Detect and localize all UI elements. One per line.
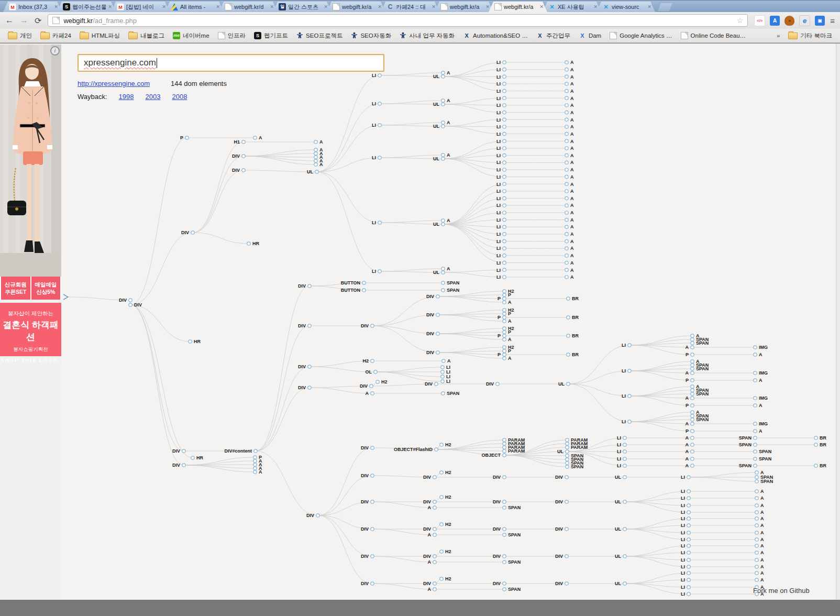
tree-node-a[interactable] — [565, 153, 568, 157]
tree-node-a[interactable] — [433, 588, 436, 591]
tree-node-a[interactable] — [691, 464, 694, 467]
tree-node-a[interactable] — [565, 218, 568, 221]
tree-node-a[interactable] — [565, 190, 568, 193]
bug-extension-icon[interactable]: ● — [784, 16, 794, 26]
tree-node-a[interactable] — [565, 68, 568, 71]
tree-node-a[interactable] — [755, 538, 758, 541]
tree-node-div[interactable] — [433, 476, 436, 479]
bookmark-item-8[interactable]: SEO자동화 — [347, 31, 395, 41]
tree-node-a[interactable] — [755, 524, 758, 527]
tree-node-span[interactable] — [503, 560, 506, 564]
tree-node-param[interactable] — [503, 449, 506, 453]
bookmark-item-5[interactable]: 인프라 — [214, 31, 250, 41]
tree-node-li[interactable] — [623, 450, 626, 453]
tree-node-a[interactable] — [691, 360, 694, 363]
tab-3[interactable]: All items -✕ — [165, 2, 224, 12]
tree-node-a[interactable] — [565, 118, 568, 121]
tree-node-div-content[interactable] — [254, 449, 257, 453]
tree-node-div[interactable] — [433, 500, 436, 503]
bookmark-item-6[interactable]: S웹기프트 — [250, 31, 292, 41]
tree-node-li[interactable] — [503, 196, 506, 200]
tree-node-h2[interactable] — [440, 523, 443, 526]
tree-node-li[interactable] — [503, 147, 506, 150]
tree-node-span[interactable] — [691, 414, 694, 417]
tree-node-li[interactable] — [687, 571, 690, 575]
tree-node-div[interactable] — [565, 476, 568, 479]
tree-node-ul[interactable] — [623, 555, 626, 558]
fork-me-link[interactable]: Fork me on Github — [753, 587, 810, 595]
tree-node-div[interactable] — [503, 582, 506, 585]
tab-11[interactable]: ✕view-sourc✕ — [596, 2, 655, 12]
tree-node-hr[interactable] — [191, 456, 194, 459]
tree-node-span[interactable] — [691, 338, 694, 341]
tab-close-icon[interactable]: ✕ — [216, 5, 220, 9]
tree-node-li[interactable] — [503, 68, 506, 71]
tree-node-hr[interactable] — [189, 340, 192, 343]
tab-close-icon[interactable]: ✕ — [539, 5, 544, 9]
tree-node-a[interactable] — [441, 153, 445, 157]
tree-node-h2[interactable] — [376, 380, 379, 383]
tree-node-a[interactable] — [253, 463, 257, 466]
tab-1[interactable]: S웹이주는선물✕ — [57, 2, 116, 12]
tree-node-a[interactable] — [441, 99, 445, 102]
tab-close-icon[interactable]: ✕ — [485, 5, 490, 9]
tab-close-icon[interactable]: ✕ — [54, 5, 58, 9]
tree-node-div[interactable] — [435, 382, 438, 386]
tree-node-li[interactable] — [628, 420, 631, 423]
tree-node-div[interactable] — [182, 464, 185, 467]
tree-node-li[interactable] — [687, 558, 690, 562]
tree-node-param[interactable] — [503, 442, 506, 445]
tree-node-a[interactable] — [691, 443, 694, 446]
result-url-link[interactable]: http://xpressengine.com — [78, 80, 150, 87]
tab-9-active[interactable]: webgift.kr/a✕ — [489, 2, 547, 12]
tree-node-ul[interactable] — [623, 500, 626, 503]
tree-node-a[interactable] — [754, 404, 757, 407]
tree-node-h2[interactable] — [440, 496, 443, 499]
tree-node-span[interactable] — [691, 367, 694, 370]
tree-node-ul[interactable] — [441, 103, 445, 106]
tree-node-li[interactable] — [687, 565, 690, 568]
new-tab-button[interactable] — [658, 3, 672, 11]
tree-node-a[interactable] — [565, 247, 568, 250]
tree-node-a[interactable] — [314, 159, 317, 162]
tree-node-a[interactable] — [754, 379, 757, 382]
tree-node-li[interactable] — [623, 443, 626, 446]
tab-0[interactable]: MInbox (37,3✕ — [3, 2, 62, 12]
tab-close-icon[interactable]: ✕ — [270, 5, 274, 9]
ad-photo[interactable]: i — [0, 45, 61, 277]
tab-close-icon[interactable]: ✕ — [378, 5, 382, 9]
tree-node-img[interactable] — [754, 371, 757, 375]
tree-node-a[interactable] — [314, 156, 317, 159]
tree-node-span[interactable] — [754, 450, 757, 453]
tree-node-ul[interactable] — [567, 382, 570, 386]
tree-node-p[interactable] — [253, 456, 257, 459]
tree-node-a[interactable] — [442, 359, 445, 362]
tree-node-a[interactable] — [565, 82, 568, 85]
tree-node-li[interactable] — [378, 156, 381, 159]
tree-node-li[interactable] — [441, 380, 444, 383]
tree-node-param[interactable] — [503, 446, 506, 449]
tree-node-p[interactable] — [503, 293, 506, 296]
tree-node-a[interactable] — [755, 544, 758, 547]
bookmark-item-11[interactable]: X주간업무 — [533, 31, 574, 41]
tree-node-li[interactable] — [503, 104, 506, 107]
ad-info-icon[interactable]: i — [50, 46, 60, 56]
wayback-year-link[interactable]: 1998 — [119, 93, 134, 101]
tree-node-a[interactable] — [503, 338, 506, 341]
tree-node-div[interactable] — [371, 474, 374, 477]
tree-node-a[interactable] — [565, 147, 568, 150]
tree-node-div[interactable] — [371, 582, 374, 585]
tab-close-icon[interactable]: ✕ — [162, 5, 166, 9]
tree-node-h2[interactable] — [440, 443, 443, 446]
tree-node-li[interactable] — [687, 592, 690, 596]
tree-node-li[interactable] — [378, 102, 381, 105]
bookmark-item-1[interactable]: 카페24 — [37, 31, 75, 41]
tree-node-li[interactable] — [503, 225, 506, 228]
tree-node-a[interactable] — [755, 471, 758, 474]
tab-7[interactable]: C카페24 :: 대✕ — [381, 2, 439, 12]
tree-node-ol[interactable] — [374, 370, 377, 373]
tree-node-a[interactable] — [441, 219, 445, 222]
tab-4[interactable]: webgift.kr/d✕ — [219, 2, 278, 12]
tree-node-span[interactable] — [691, 342, 694, 345]
tree-node-a[interactable] — [565, 168, 568, 171]
